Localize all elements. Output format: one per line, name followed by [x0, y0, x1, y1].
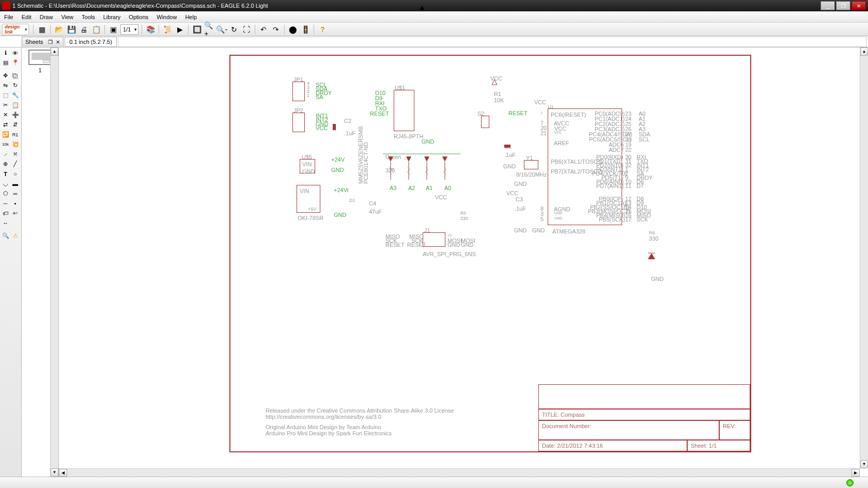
comp-s2 — [481, 116, 489, 128]
canvas-vertical-scrollbar[interactable]: ▲ ▼ — [860, 48, 868, 468]
minimize-button[interactable]: _ — [820, 1, 835, 10]
rect-tool[interactable]: ▬ — [10, 179, 20, 188]
net-tool[interactable]: ─ — [1, 198, 10, 208]
replace-tool[interactable]: 🔁 — [1, 130, 10, 139]
svg-marker-3 — [424, 156, 429, 162]
invoke-tool[interactable]: ⊕ — [1, 159, 10, 169]
credit-line: http://creativecommons.org/licenses/by-s… — [266, 414, 454, 420]
arc-tool[interactable]: ◡ — [1, 179, 10, 188]
grid-button[interactable]: ▦ — [36, 24, 48, 35]
menu-library[interactable]: Library — [99, 12, 125, 22]
junction-tool[interactable]: • — [10, 198, 20, 208]
poly-tool[interactable]: ⬠ — [1, 188, 10, 198]
rotate-tool[interactable]: ↻ — [10, 81, 20, 90]
run-button[interactable]: ▶ — [174, 24, 185, 35]
menu-options[interactable]: Options — [125, 12, 152, 22]
stop-button[interactable]: ⬤ — [287, 24, 299, 35]
schematic-canvas[interactable]: JP1 SCL SDA DRDY SA 4 3 2 1 JP2 INT1 INT… — [59, 48, 868, 477]
split-tool[interactable]: ⤱ — [10, 149, 20, 159]
scroll-right-icon[interactable]: ▶ — [851, 469, 860, 477]
close-button[interactable]: ✕ — [851, 1, 866, 10]
erc-tool[interactable]: 🔍 — [1, 231, 10, 241]
menu-edit[interactable]: Edit — [18, 12, 36, 22]
sheets-panel-tab[interactable]: Sheets ❐ ✕ — [22, 37, 64, 47]
scroll-up-icon[interactable]: ▲ — [51, 48, 58, 56]
scroll-down-icon[interactable]: ▼ — [51, 468, 58, 477]
undo-button[interactable]: ↶ — [258, 24, 269, 35]
menu-view[interactable]: View — [57, 12, 78, 22]
errors-tool[interactable]: ⚠ — [10, 231, 20, 241]
label-1uf: .1uF — [344, 130, 355, 136]
zoom-in-button[interactable]: 🔍+ — [204, 24, 215, 35]
status-bar — [0, 477, 868, 488]
open-button[interactable]: 📂 — [53, 24, 65, 35]
use-button[interactable]: 📚 — [145, 24, 156, 35]
redo-button[interactable]: ↷ — [270, 24, 282, 35]
canvas-horizontal-scrollbar[interactable]: ◀ ▶ — [59, 468, 860, 477]
scroll-up-icon[interactable]: ▲ — [860, 48, 868, 56]
paste-tool[interactable]: 📋 — [10, 100, 20, 110]
menu-window[interactable]: Window — [152, 12, 181, 22]
board-button[interactable]: ▣ — [107, 24, 119, 35]
label-oki: OKI-78SR — [298, 215, 323, 221]
net-reset2: RESET — [508, 110, 528, 116]
circle-tool[interactable]: ○ — [10, 169, 20, 179]
net-vcc: VCC — [316, 125, 328, 131]
value-tool[interactable]: 10k — [1, 139, 10, 149]
scroll-down-icon[interactable]: ▼ — [860, 460, 868, 468]
smash-tool[interactable]: 💥 — [10, 139, 20, 149]
dimension-tool[interactable]: ↔ — [1, 218, 10, 228]
sheets-tab-close-icon[interactable]: ✕ — [56, 39, 60, 45]
add-tool[interactable]: ➕ — [10, 110, 20, 120]
sheets-tab-restore-icon[interactable]: ❐ — [48, 39, 53, 45]
label-atmega: ATMEGA328 — [552, 228, 585, 234]
script-button[interactable]: 📜 — [162, 24, 173, 35]
move-tool[interactable]: ✥ — [1, 71, 10, 81]
label-tool[interactable]: 🏷 — [1, 208, 10, 218]
redraw-button[interactable]: ↻ — [228, 24, 240, 35]
print-button[interactable]: 🖨 — [78, 24, 89, 35]
sheets-scrollbar[interactable]: ▲ ▼ — [50, 48, 58, 477]
cut-tool[interactable]: ✂ — [1, 100, 10, 110]
zoom-fit-button[interactable]: 🔲 — [191, 24, 203, 35]
menu-draw[interactable]: Draw — [36, 12, 57, 22]
miter-tool[interactable]: ⟋ — [1, 149, 10, 159]
pinswap-tool[interactable]: ⇄ — [1, 120, 10, 130]
designlink-dropdown[interactable]: design link — [2, 24, 29, 35]
menu-help[interactable]: Help — [181, 12, 201, 22]
name-tool[interactable]: R1 — [10, 130, 20, 139]
svg-marker-2 — [406, 156, 411, 162]
sheet-thumbnail[interactable] — [28, 50, 52, 65]
command-input[interactable] — [118, 37, 867, 47]
bus-tool[interactable]: ═ — [10, 188, 20, 198]
separator — [255, 25, 255, 34]
group-tool[interactable]: ⬚ — [1, 90, 10, 100]
display-tool[interactable]: ▤ — [1, 58, 10, 68]
save-button[interactable]: 💾 — [66, 24, 77, 35]
scroll-left-icon[interactable]: ◀ — [59, 469, 67, 477]
attribute-tool[interactable]: a= — [10, 208, 20, 218]
copy-tool[interactable]: ⿻ — [10, 71, 20, 81]
menu-file[interactable]: File — [0, 12, 18, 22]
text-tool[interactable]: T — [1, 169, 10, 179]
maximize-button[interactable]: ❐ — [836, 1, 850, 10]
comp-y1 — [524, 160, 538, 169]
sheet-dropdown[interactable]: 1/1 — [120, 24, 138, 35]
help-button[interactable]: ? — [317, 24, 328, 35]
mirror-tool[interactable]: ⇋ — [1, 81, 10, 90]
go-button[interactable]: 🚦 — [300, 24, 311, 35]
net-24vr: +24Vr — [334, 187, 349, 193]
mark-tool[interactable]: 📍 — [10, 58, 20, 68]
show-tool[interactable]: 👁 — [10, 48, 20, 58]
zoom-select-button[interactable]: ⛶ — [241, 24, 252, 35]
info-tool[interactable]: ℹ — [1, 48, 10, 58]
wire-tool[interactable]: ╱ — [10, 159, 20, 169]
mouse-cursor: ▲ — [419, 3, 426, 11]
menu-tools[interactable]: Tools — [78, 12, 99, 22]
change-tool[interactable]: 🔧 — [10, 90, 20, 100]
sheet-value: 1/1 — [709, 443, 717, 449]
zoom-out-button[interactable]: 🔍- — [216, 24, 227, 35]
gateswap-tool[interactable]: ⇵ — [10, 120, 20, 130]
cam-button[interactable]: 📋 — [90, 24, 102, 35]
delete-tool[interactable]: ✕ — [1, 110, 10, 120]
